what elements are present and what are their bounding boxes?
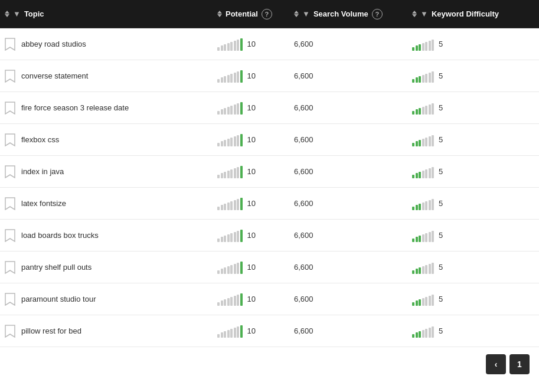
bookmark-icon[interactable] xyxy=(5,165,15,178)
search-volume-sort-icon[interactable] xyxy=(294,11,299,17)
table-row: abbey road studios 10 6,600 5 xyxy=(0,28,539,60)
keyword-difficulty-header-label: Keyword Difficulty xyxy=(432,9,499,18)
topic-sort-icon[interactable] xyxy=(5,11,9,17)
col-header-topic: ▼ Topic xyxy=(5,9,217,18)
row-keyword-difficulty-cell: 5 xyxy=(412,293,534,306)
potential-value: 10 xyxy=(247,199,256,208)
keyword-difficulty-value: 5 xyxy=(439,167,443,176)
topic-header-label: Topic xyxy=(24,9,44,18)
row-topic-cell: pillow rest for bed xyxy=(5,325,217,338)
topic-text: abbey road studios xyxy=(21,40,86,48)
potential-value: 10 xyxy=(247,167,256,176)
potential-header-label: Potential xyxy=(226,9,258,18)
search-volume-filter-icon[interactable]: ▼ xyxy=(302,9,310,18)
row-keyword-difficulty-cell: 5 xyxy=(412,133,534,146)
potential-help-icon[interactable]: ? xyxy=(262,9,272,19)
keyword-difficulty-value: 5 xyxy=(439,40,443,48)
row-topic-cell: flexbox css xyxy=(5,133,217,146)
keyword-difficulty-filter-icon[interactable]: ▼ xyxy=(420,9,428,18)
bookmark-icon[interactable] xyxy=(5,38,15,51)
topic-text: index in java xyxy=(21,167,64,176)
topic-text: converse statement xyxy=(21,71,88,80)
bookmark-icon[interactable] xyxy=(5,197,15,210)
topic-text: fire force season 3 release date xyxy=(21,103,129,112)
row-keyword-difficulty-cell: 5 xyxy=(412,229,534,242)
search-volume-value: 6,600 xyxy=(294,135,313,144)
row-potential-cell: 10 xyxy=(217,229,294,242)
row-search-volume-cell: 6,600 xyxy=(294,135,412,144)
topic-text: flexbox css xyxy=(21,135,59,144)
row-search-volume-cell: 6,600 xyxy=(294,263,412,272)
row-search-volume-cell: 6,600 xyxy=(294,167,412,176)
keyword-difficulty-value: 5 xyxy=(439,71,443,80)
table-row: latex fontsize 10 6,600 5 xyxy=(0,188,539,220)
row-potential-cell: 10 xyxy=(217,325,294,338)
potential-value: 10 xyxy=(247,103,256,112)
bookmark-icon[interactable] xyxy=(5,293,15,306)
bookmark-icon[interactable] xyxy=(5,261,15,274)
keyword-difficulty-sort-icon[interactable] xyxy=(412,11,417,17)
keyword-difficulty-value: 5 xyxy=(439,135,443,144)
potential-sort-icon[interactable] xyxy=(217,11,222,17)
search-volume-value: 6,600 xyxy=(294,167,313,176)
keyword-difficulty-value: 5 xyxy=(439,263,443,272)
row-topic-cell: converse statement xyxy=(5,70,217,83)
row-keyword-difficulty-cell: 5 xyxy=(412,325,534,338)
search-volume-value: 6,600 xyxy=(294,199,313,208)
pagination: ‹ 1 xyxy=(0,347,539,381)
table-row: flexbox css 10 6,600 5 xyxy=(0,124,539,156)
topic-text: load boards box trucks xyxy=(21,231,99,240)
bookmark-icon[interactable] xyxy=(5,229,15,242)
bookmark-icon[interactable] xyxy=(5,70,15,83)
search-volume-value: 6,600 xyxy=(294,231,313,240)
bookmark-icon[interactable] xyxy=(5,102,15,115)
row-keyword-difficulty-cell: 5 xyxy=(412,102,534,115)
row-potential-cell: 10 xyxy=(217,261,294,274)
row-search-volume-cell: 6,600 xyxy=(294,71,412,80)
table-row: converse statement 10 6,600 5 xyxy=(0,60,539,92)
row-keyword-difficulty-cell: 5 xyxy=(412,197,534,210)
col-header-search-volume: ▼ Search Volume ? xyxy=(294,9,412,19)
keyword-difficulty-value: 5 xyxy=(439,295,443,303)
topic-filter-icon[interactable]: ▼ xyxy=(13,9,21,18)
search-volume-value: 6,600 xyxy=(294,295,313,303)
bookmark-icon[interactable] xyxy=(5,133,15,146)
potential-value: 10 xyxy=(247,263,256,272)
row-topic-cell: load boards box trucks xyxy=(5,229,217,242)
topic-text: paramount studio tour xyxy=(21,295,96,303)
table-row: index in java 10 6,600 5 xyxy=(0,156,539,188)
bookmark-icon[interactable] xyxy=(5,325,15,338)
col-header-potential: Potential ? xyxy=(217,9,294,19)
search-volume-value: 6,600 xyxy=(294,71,313,80)
col-header-keyword-difficulty: ▼ Keyword Difficulty xyxy=(412,9,534,18)
row-keyword-difficulty-cell: 5 xyxy=(412,38,534,51)
row-search-volume-cell: 6,600 xyxy=(294,295,412,303)
row-topic-cell: index in java xyxy=(5,165,217,178)
table-header: ▼ Topic Potential ? ▼ Search Volume ? ▼ … xyxy=(0,0,539,28)
prev-page-button[interactable]: ‹ xyxy=(486,354,506,374)
keyword-difficulty-value: 5 xyxy=(439,231,443,240)
row-search-volume-cell: 6,600 xyxy=(294,199,412,208)
search-volume-value: 6,600 xyxy=(294,103,313,112)
row-topic-cell: paramount studio tour xyxy=(5,293,217,306)
table-row: paramount studio tour 10 6,600 5 xyxy=(0,283,539,315)
search-volume-help-icon[interactable]: ? xyxy=(372,9,383,19)
row-potential-cell: 10 xyxy=(217,70,294,83)
table-row: fire force season 3 release date 10 6,60… xyxy=(0,92,539,124)
search-volume-value: 6,600 xyxy=(294,326,313,335)
row-topic-cell: latex fontsize xyxy=(5,197,217,210)
search-volume-value: 6,600 xyxy=(294,40,313,48)
row-potential-cell: 10 xyxy=(217,38,294,51)
row-potential-cell: 10 xyxy=(217,102,294,115)
topic-text: pantry shelf pull outs xyxy=(21,263,92,272)
row-potential-cell: 10 xyxy=(217,293,294,306)
row-topic-cell: fire force season 3 release date xyxy=(5,102,217,115)
current-page-button[interactable]: 1 xyxy=(509,354,530,374)
table-body: abbey road studios 10 6,600 5 conver xyxy=(0,28,539,347)
topic-text: pillow rest for bed xyxy=(21,326,81,335)
table-row: load boards box trucks 10 6,600 5 xyxy=(0,220,539,251)
topic-text: latex fontsize xyxy=(21,199,66,208)
row-topic-cell: pantry shelf pull outs xyxy=(5,261,217,274)
potential-value: 10 xyxy=(247,231,256,240)
row-keyword-difficulty-cell: 5 xyxy=(412,70,534,83)
